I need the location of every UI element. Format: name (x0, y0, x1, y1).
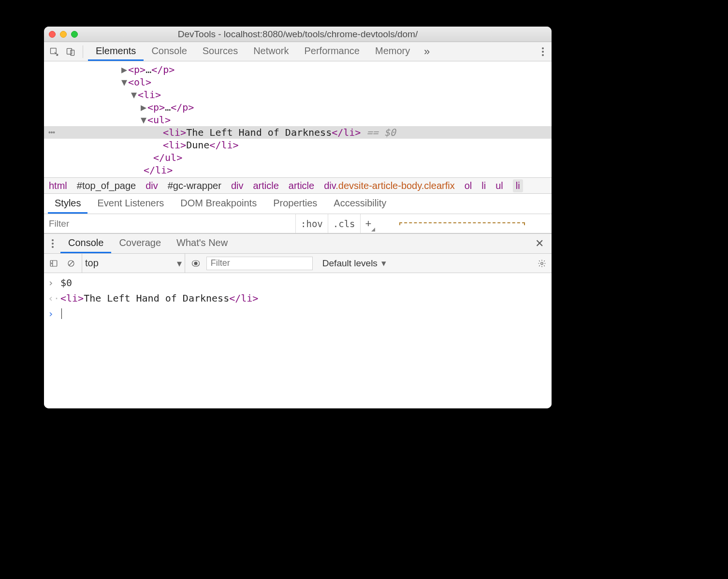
zoom-window-button[interactable] (71, 31, 78, 38)
main-toolbar: ElementsConsoleSourcesNetworkPerformance… (44, 42, 552, 61)
dom-tree-row[interactable]: •••<li>The Left Hand of Darkness</li> ==… (44, 126, 552, 139)
tab-network[interactable]: Network (246, 42, 296, 61)
hov-toggle[interactable]: :hov (295, 214, 328, 233)
dom-tree-row[interactable]: ▼<ul> (44, 114, 552, 126)
breadcrumb-item[interactable]: #gc-wrapper (168, 180, 221, 191)
breadcrumb-item[interactable]: li (513, 179, 523, 192)
svg-rect-2 (71, 50, 74, 55)
tab-elements[interactable]: Elements (88, 42, 144, 61)
live-expression-icon[interactable] (189, 257, 203, 270)
device-toggle-icon[interactable] (63, 44, 78, 59)
dom-tree-row[interactable]: ▶<p>…</p> (44, 101, 552, 114)
log-levels-selector[interactable]: Default levels (322, 258, 386, 269)
cls-toggle[interactable]: .cls (328, 214, 360, 233)
console-settings-icon[interactable] (535, 257, 549, 270)
separator (83, 45, 83, 58)
svg-line-6 (69, 261, 73, 265)
close-drawer-button[interactable]: ✕ (530, 237, 549, 250)
tab-performance[interactable]: Performance (297, 42, 368, 61)
drawer-tab-console[interactable]: Console (60, 234, 111, 253)
dom-tree-row[interactable]: <li>Dune</li> (44, 139, 552, 151)
console-result-row: ‹· <li>The Left Hand of Darkness</li> (44, 290, 552, 306)
svg-rect-1 (67, 48, 72, 54)
result-icon: ‹· (48, 292, 56, 304)
breadcrumb-item[interactable]: div (146, 180, 158, 191)
console-result-value: <li>The Left Hand of Darkness</li> (60, 292, 258, 304)
subtab-accessibility[interactable]: Accessibility (327, 194, 393, 214)
subtab-dom-breakpoints[interactable]: DOM Breakpoints (174, 194, 263, 214)
drawer-tab-what-s-new[interactable]: What's New (169, 234, 235, 253)
main-tabs: ElementsConsoleSourcesNetworkPerformance… (88, 42, 418, 61)
settings-menu-icon[interactable] (537, 47, 549, 56)
breadcrumb-item[interactable]: article (289, 180, 314, 191)
svg-point-7 (194, 262, 197, 265)
tab-memory[interactable]: Memory (367, 42, 418, 61)
subtab-properties[interactable]: Properties (266, 194, 324, 214)
expand-icon[interactable]: › (48, 277, 56, 289)
styles-filter-input[interactable] (44, 214, 295, 233)
subtab-styles[interactable]: Styles (48, 194, 87, 214)
tab-sources[interactable]: Sources (195, 42, 246, 61)
console-toolbar: top Default levels (44, 254, 552, 273)
breadcrumb-item[interactable]: html (49, 180, 67, 191)
console-input-value: $0 (60, 277, 72, 289)
window-title: DevTools - localhost:8080/web/tools/chro… (44, 29, 552, 40)
dom-tree-row[interactable]: ▶<p>…</p> (44, 63, 552, 76)
dom-tree-row[interactable]: </li> (44, 164, 552, 176)
dom-tree-row[interactable]: ▼<li> (44, 88, 552, 101)
titlebar: DevTools - localhost:8080/web/tools/chro… (44, 27, 552, 42)
console-input-row: › $0 (44, 275, 552, 290)
dom-tree-row[interactable]: </ul> (44, 151, 552, 164)
more-tabs-icon[interactable]: » (420, 44, 434, 59)
devtools-window: DevTools - localhost:8080/web/tools/chro… (44, 27, 552, 408)
context-selector[interactable]: top (82, 254, 185, 273)
svg-point-8 (541, 262, 543, 264)
clear-console-icon[interactable] (64, 257, 78, 270)
prompt-icon: › (48, 308, 56, 319)
dom-tree-row[interactable]: ▼<ol> (44, 76, 552, 88)
minimize-window-button[interactable] (60, 31, 67, 38)
dom-breadcrumbs: html#top_of_pagediv#gc-wrapperdivarticle… (44, 177, 552, 194)
svg-rect-3 (50, 261, 57, 266)
context-value: top (85, 258, 186, 269)
console-sidebar-toggle-icon[interactable] (47, 257, 60, 270)
elements-tree[interactable]: ▶<p>…</p>▼<ol>▼<li>▶<p>…</p>▼<ul>•••<li>… (44, 61, 552, 177)
console-filter-input[interactable] (206, 257, 313, 270)
drawer-menu-icon[interactable] (47, 239, 58, 248)
breadcrumb-item[interactable]: li (481, 180, 486, 191)
breadcrumb-item[interactable]: div.devsite-article-body.clearfix (324, 180, 454, 191)
breadcrumb-item[interactable]: article (253, 180, 278, 191)
breadcrumb-item[interactable]: #top_of_page (77, 180, 136, 191)
console-output[interactable]: › $0 ‹· <li>The Left Hand of Darkness</l… (44, 273, 552, 408)
new-style-rule-button[interactable]: + (360, 214, 377, 233)
box-model-preview-edge (399, 222, 525, 225)
close-window-button[interactable] (49, 31, 56, 38)
breadcrumb-item[interactable]: div (231, 180, 244, 191)
drawer-tab-coverage[interactable]: Coverage (111, 234, 169, 253)
text-cursor (61, 308, 62, 319)
drawer-tabs: ConsoleCoverageWhat's New ✕ (44, 233, 552, 254)
breadcrumb-item[interactable]: ol (465, 180, 472, 191)
window-controls (49, 31, 78, 38)
subtab-event-listeners[interactable]: Event Listeners (90, 194, 171, 214)
styles-tabs: StylesEvent ListenersDOM BreakpointsProp… (44, 194, 552, 214)
breadcrumb-item[interactable]: ul (495, 180, 503, 191)
inspect-element-icon[interactable] (47, 44, 61, 59)
console-prompt-row[interactable]: › (44, 306, 552, 321)
tab-console[interactable]: Console (144, 42, 194, 61)
styles-filter-bar: :hov .cls + (44, 214, 552, 233)
